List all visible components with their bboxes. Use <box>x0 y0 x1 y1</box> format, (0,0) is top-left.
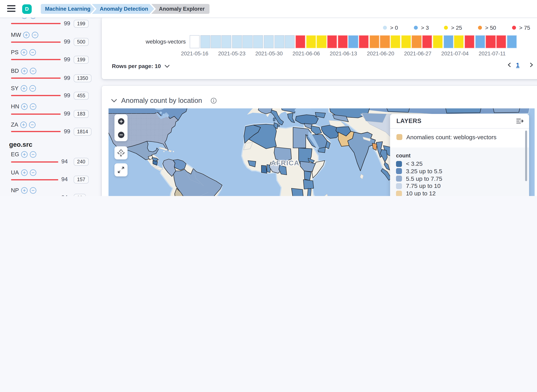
svg-text:Anomaly Detection: Anomaly Detection <box>100 6 148 12</box>
svg-text:Anomaly Explorer: Anomaly Explorer <box>159 6 205 12</box>
svg-text:Machine Learning: Machine Learning <box>45 6 90 12</box>
